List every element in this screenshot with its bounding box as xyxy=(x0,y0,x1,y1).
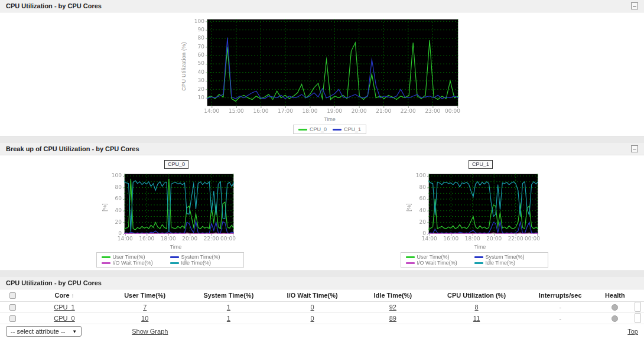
traffic-light-icon[interactable] xyxy=(635,313,641,323)
legend-label: CPU_0 xyxy=(310,126,327,132)
chart-legend: User Time(%) System Time(%) I/O Wait Tim… xyxy=(401,252,548,268)
legend-item: I/O Wait Time(%) xyxy=(406,260,472,266)
panel-cpu-utilization: CPU Utilization - by CPU Cores CPU Utili… xyxy=(0,0,644,137)
legend-item: CPU_1 xyxy=(333,126,361,132)
user-time-value[interactable]: 10 xyxy=(141,315,148,322)
column-header-actions xyxy=(631,289,644,301)
y-axis-label: CPU Utilization (%) xyxy=(181,42,187,91)
panel-breakup: Break up of CPU Utilization - by CPU Cor… xyxy=(0,143,644,271)
core-link[interactable]: CPU_1 xyxy=(54,304,74,311)
x-axis-label: Time xyxy=(474,244,486,250)
column-header-core[interactable]: Core↑ xyxy=(26,289,103,301)
health-status-icon xyxy=(612,315,618,322)
panel-title: CPU Utilization - by CPU Cores xyxy=(6,2,102,9)
legend-label: CPU_1 xyxy=(344,126,361,132)
legend-label: System Time(%) xyxy=(181,254,220,260)
table-row: CPU_0 10 1 0 89 11 - xyxy=(0,312,644,324)
x-axis-label: Time xyxy=(170,244,182,250)
legend-item: User Time(%) xyxy=(102,254,168,260)
column-header-cpu-utilization: CPU Utilization (%) xyxy=(431,289,522,301)
legend-label: User Time(%) xyxy=(417,254,450,260)
legend-label: Idle Time(%) xyxy=(181,260,212,266)
sort-asc-icon: ↑ xyxy=(71,292,74,299)
panel-gap xyxy=(0,271,644,277)
legend-label: I/O Wait Time(%) xyxy=(113,260,153,266)
show-graph-link[interactable]: Show Graph xyxy=(132,328,168,335)
panel-cpu-table: CPU Utilization - by CPU Cores Core↑ Use… xyxy=(0,277,644,339)
chart-legend: User Time(%) System Time(%) I/O Wait Tim… xyxy=(96,252,244,268)
legend-swatch-iowait xyxy=(406,262,415,264)
iowait-time-value[interactable]: 0 xyxy=(311,304,314,311)
interrupts-value: - xyxy=(559,304,561,311)
legend-item: I/O Wait Time(%) xyxy=(102,260,168,266)
attribute-select[interactable]: -- select attribute -- ▼ xyxy=(6,326,82,337)
top-link[interactable]: Top xyxy=(627,328,638,335)
user-time-value[interactable]: 7 xyxy=(143,304,147,311)
cpu-utilization-chart-area: CPU Utilization (%) Time CPU_0 CPU_1 xyxy=(0,12,644,139)
legend-swatch-idle xyxy=(474,262,483,264)
table-row: CPU_1 7 1 0 92 8 - xyxy=(0,301,644,312)
legend-label: System Time(%) xyxy=(486,254,525,260)
x-axis-label: Time xyxy=(324,116,336,122)
chart-legend: CPU_0 CPU_1 xyxy=(293,125,366,134)
attribute-select-label: -- select attribute -- xyxy=(11,328,65,335)
legend-label: I/O Wait Time(%) xyxy=(417,260,457,266)
select-all-cell xyxy=(0,289,26,301)
chevron-down-icon: ▼ xyxy=(72,329,77,334)
panel-gap xyxy=(0,137,644,143)
column-header-user-time: User Time(%) xyxy=(103,289,187,301)
traffic-light-icon[interactable] xyxy=(635,302,641,312)
cpu-cores-table: Core↑ User Time(%) System Time(%) I/O Wa… xyxy=(0,289,644,324)
y-axis-label: [%] xyxy=(102,203,108,211)
legend-item: System Time(%) xyxy=(474,254,541,260)
panel-table-header: CPU Utilization - by CPU Cores xyxy=(0,277,644,289)
legend-swatch-iowait xyxy=(102,262,110,264)
panel-title: CPU Utilization - by CPU Cores xyxy=(6,279,102,286)
legend-item: CPU_0 xyxy=(298,126,327,132)
table-footer-bar: -- select attribute -- ▼ Show Graph Top xyxy=(0,324,644,339)
column-header-idle-time: Idle Time(%) xyxy=(354,289,431,301)
legend-swatch-idle xyxy=(170,262,179,264)
cpu-utilization-value[interactable]: 11 xyxy=(473,315,480,322)
y-axis-label: [%] xyxy=(406,203,412,211)
idle-time-value[interactable]: 92 xyxy=(389,304,396,311)
legend-item: Idle Time(%) xyxy=(474,260,541,266)
legend-swatch-user xyxy=(406,256,415,258)
cpu-utilization-chart[interactable] xyxy=(187,16,463,116)
column-header-system-time: System Time(%) xyxy=(187,289,271,301)
iowait-time-value[interactable]: 0 xyxy=(311,315,314,322)
breakup-chart-cpu0: CPU_0 [%] Time User Time(%) System Time(… xyxy=(96,160,244,268)
collapse-icon[interactable] xyxy=(631,2,638,9)
legend-item: User Time(%) xyxy=(406,254,472,260)
row-checkbox[interactable] xyxy=(9,304,16,311)
health-status-icon xyxy=(612,304,618,311)
legend-swatch-user xyxy=(102,256,110,258)
chart-title-box: CPU_1 xyxy=(469,160,493,169)
row-checkbox[interactable] xyxy=(9,315,16,322)
core-link[interactable]: CPU_0 xyxy=(54,315,74,322)
interrupts-value: - xyxy=(559,315,561,322)
column-header-interrupts: Interrupts/sec xyxy=(522,289,599,301)
legend-swatch-system xyxy=(474,256,483,258)
panel-cpu-utilization-header: CPU Utilization - by CPU Cores xyxy=(0,0,644,12)
system-time-value[interactable]: 1 xyxy=(227,315,230,322)
panel-title: Break up of CPU Utilization - by CPU Cor… xyxy=(6,145,139,152)
panel-breakup-header: Break up of CPU Utilization - by CPU Cor… xyxy=(0,143,644,155)
legend-label: User Time(%) xyxy=(113,254,145,260)
collapse-icon[interactable] xyxy=(631,145,638,152)
legend-label: Idle Time(%) xyxy=(486,260,516,266)
cpu1-breakup-chart[interactable] xyxy=(412,171,543,244)
column-header-iowait-time: I/O Wait Time(%) xyxy=(271,289,354,301)
legend-item: Idle Time(%) xyxy=(170,260,236,266)
breakup-chart-cpu1: CPU_1 [%] Time User Time(%) System Time(… xyxy=(401,160,548,268)
legend-swatch-cpu1 xyxy=(333,129,341,131)
cpu-utilization-value[interactable]: 8 xyxy=(474,304,478,311)
legend-swatch-cpu0 xyxy=(298,129,307,131)
select-all-checkbox[interactable] xyxy=(9,292,16,299)
cpu0-breakup-chart[interactable] xyxy=(108,171,239,244)
legend-swatch-system xyxy=(170,256,179,258)
column-header-health: Health xyxy=(599,289,632,301)
legend-item: System Time(%) xyxy=(170,254,236,260)
idle-time-value[interactable]: 89 xyxy=(389,315,396,322)
system-time-value[interactable]: 1 xyxy=(227,304,230,311)
